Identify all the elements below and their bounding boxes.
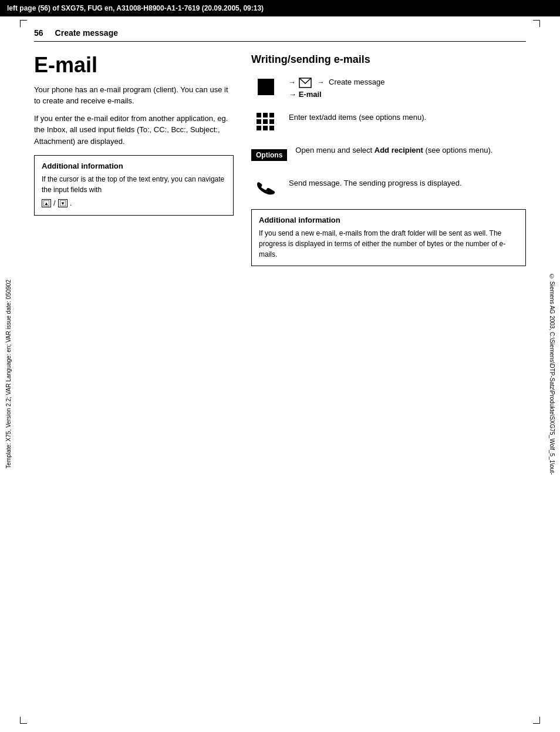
envelope-inline-icon — [299, 78, 312, 88]
step-row-3: Options Open menu and select Add recipie… — [251, 143, 526, 167]
page-header: 56 Create message — [34, 28, 526, 42]
step1-annotation: → → Create message → E-mail — [289, 76, 526, 101]
options-button[interactable]: Options — [251, 149, 287, 161]
step4-icon — [251, 176, 281, 200]
step4-text: Send message. The sending progress is di… — [289, 176, 526, 189]
step2-icon — [251, 110, 281, 134]
svg-rect-10 — [269, 119, 274, 124]
right-column: Writing/sending e-mails → → Create messa… — [251, 53, 526, 266]
left-sidebar: Template: X75, Version 2.2; VAR Language… — [0, 16, 16, 732]
email-section-title: E-mail — [34, 53, 234, 77]
right-info-box: Additional information If you send a new… — [251, 209, 526, 266]
top-bar: left page (56) of SXG75, FUG en, A31008-… — [0, 0, 560, 16]
email-para1: Your phone has an e-mail program (client… — [34, 84, 234, 107]
step3-text: Open menu and select Add recipient (see … — [295, 143, 526, 156]
nav-down-icon: ▼ — [58, 199, 68, 207]
svg-text:▼: ▼ — [60, 201, 65, 206]
grid-icon — [255, 112, 276, 133]
right-sidebar: © Siemens AG 2003, C:\Siemens\DTP-Satz\P… — [544, 16, 560, 732]
top-bar-text: left page (56) of SXG75, FUG en, A31008-… — [7, 4, 264, 12]
right-sidebar-text: © Siemens AG 2003, C:\Siemens\DTP-Satz\P… — [548, 273, 556, 475]
svg-rect-12 — [263, 126, 268, 130]
left-sidebar-text: Template: X75, Version 2.2; VAR Language… — [5, 280, 12, 469]
left-info-box: Additional information If the cursor is … — [34, 155, 234, 216]
svg-rect-9 — [263, 119, 268, 124]
left-info-box-title: Additional information — [42, 162, 226, 170]
phone-handset-icon — [257, 179, 275, 197]
left-column: E-mail Your phone has an e-mail program … — [34, 53, 234, 266]
email-para2: If you enter the e-mail editor from anot… — [34, 113, 234, 147]
svg-rect-7 — [269, 113, 274, 117]
step3-icon: Options — [251, 143, 287, 167]
right-info-box-text: If you send a new e-mail, e-mails from t… — [259, 228, 518, 260]
step-row-1: → → Create message → E-mail — [251, 75, 526, 101]
page-number: 56 — [34, 28, 43, 38]
nav-separator: / — [53, 197, 56, 209]
right-info-box-title: Additional information — [259, 216, 518, 224]
svg-rect-5 — [257, 113, 261, 117]
step1-text: → → Create message → E-mail — [289, 75, 526, 101]
svg-rect-13 — [269, 126, 274, 130]
left-info-box-body: If the cursor is at the top of the text … — [42, 175, 224, 194]
writing-section-title: Writing/sending e-mails — [251, 53, 526, 66]
svg-rect-6 — [263, 113, 268, 117]
svg-rect-8 — [257, 119, 261, 124]
nav-icons-row: ▲ / ▼ . — [42, 197, 226, 209]
svg-rect-11 — [257, 126, 261, 130]
step-row-4: Send message. The sending progress is di… — [251, 176, 526, 200]
main-content: 56 Create message E-mail Your phone has … — [16, 16, 544, 732]
page-title: Create message — [55, 28, 118, 38]
svg-text:▲: ▲ — [44, 201, 49, 206]
left-info-box-text: If the cursor is at the top of the text … — [42, 174, 226, 209]
nav-up-icon: ▲ — [42, 199, 51, 207]
step-row-2: Enter text/add items (see options menu). — [251, 110, 526, 134]
nav-end-dot: . — [70, 197, 72, 209]
two-column-layout: E-mail Your phone has an e-mail program … — [34, 53, 526, 266]
step1-icon — [251, 75, 281, 99]
step2-text: Enter text/add items (see options menu). — [289, 110, 526, 123]
phone-square-icon — [258, 79, 274, 95]
